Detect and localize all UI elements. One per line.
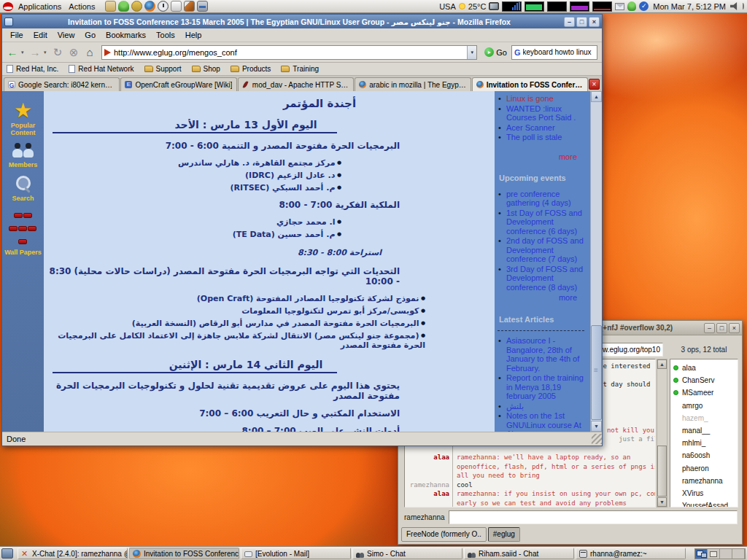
user-list-item[interactable]: alaa (670, 362, 738, 374)
event-link[interactable]: 3rd Day of FOSS and Development conferen… (506, 265, 586, 292)
workspace-1[interactable] (695, 549, 708, 559)
event-link[interactable]: 2nd day of FOSS and Development conferen… (506, 236, 586, 264)
show-desktop-icon[interactable] (1, 548, 13, 559)
redhat-menu-icon[interactable] (3, 2, 13, 11)
user-list-item[interactable]: phaeron (670, 462, 738, 475)
stop-button[interactable]: ⊗ (66, 45, 81, 60)
launcher-icon[interactable] (144, 1, 155, 12)
launcher-icon[interactable] (105, 1, 116, 12)
launcher-icon[interactable] (118, 1, 129, 12)
taskbar-window-button[interactable]: Riham.saiid - Chat (464, 548, 574, 559)
scroll-up-icon[interactable]: ▲ (591, 91, 602, 102)
more-link[interactable]: more (498, 293, 577, 303)
user-list-item[interactable]: ChanServ (670, 374, 738, 386)
user-list-item[interactable]: MSameer (670, 386, 738, 399)
network-monitor-applet[interactable] (547, 1, 567, 12)
resize-grip[interactable] (592, 434, 602, 444)
load-monitor-applet[interactable] (592, 1, 612, 12)
back-button[interactable]: ← (5, 45, 20, 60)
search-bar[interactable]: G keyboard howto linux (511, 45, 597, 60)
user-list-item[interactable]: mhlmi_ (670, 437, 738, 449)
reload-button[interactable]: ↻ (50, 45, 65, 60)
taskbar-window-button[interactable]: [Evolution - Mail] (241, 548, 351, 559)
menu-item[interactable]: Help (180, 31, 207, 39)
go-button[interactable]: ▸ Go (481, 47, 510, 57)
chat-scroll-thumb[interactable] (657, 446, 667, 497)
tab-close-button[interactable]: × (589, 79, 600, 90)
firefox-titlebar[interactable]: Invitation to FOSS Conference 13-15 Marc… (2, 15, 602, 28)
sidebar-item-members[interactable]: Members (2, 143, 44, 168)
weather-temp[interactable]: 25°C (468, 2, 487, 11)
channel-tab[interactable]: FreeNode (formerly O.. (401, 527, 487, 542)
taskbar-window-button[interactable]: rhanna@ramez:~ (576, 548, 686, 559)
more-link[interactable]: more (498, 152, 577, 162)
url-dropdown-icon[interactable]: ▾ (467, 46, 476, 59)
menu-item[interactable]: View (53, 31, 80, 39)
url-input[interactable]: http://www.eglug.org/mengos_conf (114, 48, 467, 57)
chat-scrollbar[interactable]: ▲ ▼ (657, 359, 667, 508)
chat-scroll-down-icon[interactable]: ▼ (657, 497, 667, 507)
taskbar-window-button[interactable]: X-Chat [2.4.0]: ramezhanna @ (18, 548, 128, 559)
back-dropdown-icon[interactable]: ▾ (21, 50, 26, 55)
menu-item[interactable]: Bookmarks (101, 31, 151, 39)
launcher-icon[interactable] (158, 1, 169, 12)
home-button[interactable]: ⌂ (82, 45, 97, 60)
search-input[interactable]: keyboard howto linux (523, 48, 592, 56)
workspace-2[interactable] (708, 549, 720, 559)
own-nick-label[interactable]: ramezhanna (404, 513, 445, 521)
forward-button[interactable]: → (28, 45, 42, 60)
weather-location[interactable]: USA (439, 2, 456, 11)
sidebar-link[interactable]: WANTED :linux Courses Port Said . (506, 104, 586, 122)
sidebar-item-popular[interactable]: ★ Popular Content (2, 101, 44, 136)
user-list-item[interactable]: hazem_ (670, 412, 738, 424)
browser-tab[interactable]: OpenCraft eGroupWare [Wiki] (120, 77, 236, 91)
scroll-thumb[interactable] (591, 325, 602, 420)
xchat-maximize-button[interactable]: □ (716, 323, 727, 333)
user-list[interactable]: alaa ChanServ MSameer amrgo hazem_ manal… (670, 359, 738, 508)
launcher-icon[interactable] (184, 1, 195, 12)
url-bar[interactable]: http://www.eglug.org/mengos_conf ▾ (101, 45, 477, 60)
memory-monitor-applet[interactable] (525, 1, 544, 12)
browser-tab[interactable]: Invitation to FOSS Conferen... (472, 77, 588, 91)
menu-item[interactable]: Go (80, 31, 101, 39)
applications-menu[interactable]: Applications (17, 2, 67, 11)
panel-clock[interactable]: Mon Mar 7, 5:12 PM (651, 2, 727, 11)
article-link[interactable]: Notes on the 1st GNU\Linux course At Ale… (506, 411, 586, 432)
xchat-close-button[interactable]: × (729, 323, 740, 333)
actions-menu[interactable]: Actions (67, 2, 101, 11)
user-list-item[interactable]: YoussefAssad (670, 499, 738, 508)
menu-item[interactable]: File (5, 31, 28, 39)
firefox-maximize-button[interactable]: □ (576, 17, 587, 27)
sidebar-item-search[interactable]: Search (2, 175, 44, 202)
xchat-minimize-button[interactable]: – (704, 323, 715, 333)
user-list-item[interactable]: XVirus (670, 487, 738, 499)
sidebar-item-wallpapers[interactable]: Wall Papers (2, 209, 44, 256)
browser-tab[interactable]: Google Search: i8042 kernel o... (4, 77, 120, 91)
bookmark-item[interactable]: Products (231, 65, 271, 73)
user-list-item[interactable]: amrgo (670, 400, 738, 412)
presence-icon[interactable] (627, 1, 636, 11)
bookmark-item[interactable]: Red Hat Network (69, 65, 133, 73)
article-link[interactable]: Report on the training in Menya 18,19 fe… (506, 373, 586, 401)
launcher-icon[interactable] (171, 1, 182, 12)
sidebar-link[interactable]: Linux is gone (506, 94, 586, 104)
update-check-icon[interactable]: ✓ (639, 1, 649, 11)
chat-input[interactable] (449, 510, 738, 524)
sidebar-link[interactable]: Acer Scanner (506, 123, 586, 133)
article-link[interactable]: Asiasource I - Bangalore, 28th of Januar… (506, 336, 586, 373)
channel-tab[interactable]: #eglug (488, 527, 520, 542)
workspace-4[interactable] (732, 549, 745, 559)
volume-icon[interactable] (730, 2, 740, 10)
firefox-minimize-button[interactable]: – (564, 17, 575, 27)
firefox-close-button[interactable]: × (589, 17, 600, 27)
browser-tab[interactable]: arabic in mozilla | The Egyptia... (355, 77, 471, 91)
workspace-3[interactable] (720, 549, 732, 559)
display-settings-icon[interactable] (489, 2, 499, 10)
bookmark-item[interactable]: Shop (192, 65, 220, 73)
cpu-monitor-applet[interactable] (502, 1, 522, 12)
page-scrollbar[interactable]: ▲ ▼ (590, 91, 602, 432)
user-list-item[interactable]: manal__ (670, 424, 738, 437)
mail-notify-icon[interactable] (615, 3, 624, 10)
event-link[interactable]: 1st Day of FOSS and Development conferen… (506, 209, 586, 236)
chat-scroll-up-icon[interactable]: ▲ (657, 359, 667, 369)
